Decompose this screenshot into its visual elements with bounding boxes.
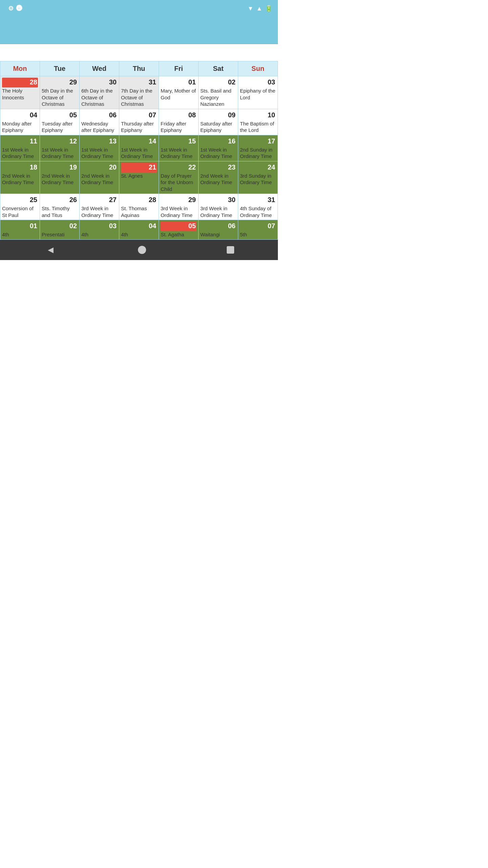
table-row[interactable]: 08Friday after Epiphany [159, 109, 199, 135]
table-row[interactable]: 151st Week in Ordinary Time [159, 135, 199, 161]
day-number: 01 [161, 78, 197, 87]
table-row[interactable]: 303rd Week in Ordinary Time [199, 194, 238, 220]
table-row[interactable]: 273rd Week in Ordinary Time [80, 194, 119, 220]
day-event-text: St. Agatha [161, 231, 197, 238]
table-row[interactable]: 28The Holy Innocents [0, 76, 40, 109]
day-event-text: Monday after Epiphany [2, 120, 38, 134]
table-row[interactable]: 293rd Week in Ordinary Time [159, 194, 199, 220]
table-row[interactable]: 314th Sunday of Ordinary Time [238, 194, 278, 220]
table-row[interactable]: 202nd Week in Ordinary Time [80, 161, 119, 194]
table-row[interactable]: 26Sts. Timothy and Titus [40, 194, 80, 220]
day-number: 06 [200, 221, 236, 231]
table-row[interactable]: 141st Week in Ordinary Time [119, 135, 159, 161]
day-number: 24 [240, 163, 276, 173]
day-number: 05 [42, 111, 78, 120]
table-row[interactable]: 03Epiphany of the Lord [238, 76, 278, 109]
table-row[interactable]: 317th Day in the Octave of Christmas [119, 76, 159, 109]
day-number: 29 [161, 195, 197, 205]
settings-icon: ⚙ [8, 5, 14, 12]
accessibility-icon: 🅐 [16, 5, 22, 12]
table-row[interactable]: 28St. Thomas Aquinas [119, 194, 159, 220]
table-row[interactable]: 075th [238, 220, 278, 240]
table-row[interactable]: 192nd Week in Ordinary Time [40, 161, 80, 194]
col-sat: Sat [199, 61, 238, 76]
table-row[interactable]: 04Monday after Epiphany [0, 109, 40, 135]
table-row[interactable]: 172nd Sunday in Ordinary Time [238, 135, 278, 161]
day-number: 29 [42, 78, 78, 87]
calendar-week-3: 182nd Week in Ordinary Time192nd Week in… [0, 161, 278, 194]
day-event-text: Conversion of St Paul [2, 205, 38, 218]
day-event-text: 1st Week in Ordinary Time [200, 146, 236, 160]
table-row[interactable]: 05Tuesday after Epiphany [40, 109, 80, 135]
table-row[interactable]: 111st Week in Ordinary Time [0, 135, 40, 161]
table-row[interactable]: 295th Day in the Octave of Christmas [40, 76, 80, 109]
nav-bar: ◀ [0, 240, 278, 260]
day-number: 07 [240, 221, 276, 231]
calendar-table: Mon Tue Wed Thu Fri Sat Sun 28The Holy I… [0, 61, 278, 240]
nav-recent-button[interactable] [227, 246, 234, 254]
day-number: 28 [121, 195, 157, 205]
table-row[interactable]: 034th [80, 220, 119, 240]
table-row[interactable]: 22Day of Prayer for the Unborn Child [159, 161, 199, 194]
day-number: 12 [42, 137, 78, 146]
day-event-text: 1st Week in Ordinary Time [161, 146, 197, 160]
day-event-text: 1st Week in Ordinary Time [42, 146, 78, 160]
day-event-text: Epiphany of the Lord [240, 87, 276, 101]
table-row[interactable]: 121st Week in Ordinary Time [40, 135, 80, 161]
table-row[interactable]: 182nd Week in Ordinary Time [0, 161, 40, 194]
day-event-text: 4th [121, 231, 157, 238]
table-row[interactable]: 014th [0, 220, 40, 240]
col-mon: Mon [0, 61, 40, 76]
table-row[interactable]: 09Saturday after Epiphany [199, 109, 238, 135]
day-number: 23 [200, 163, 236, 173]
table-row[interactable]: 25Conversion of St Paul [0, 194, 40, 220]
day-number: 16 [200, 137, 236, 146]
day-number: 14 [121, 137, 157, 146]
day-number: 15 [161, 137, 197, 146]
day-event-text: Day of Prayer for the Unborn Child [161, 173, 197, 193]
day-event-text: 6th Day in the Octave of Christmas [81, 87, 117, 107]
day-number: 20 [81, 163, 117, 173]
day-number: 02 [200, 78, 236, 87]
day-number: 04 [121, 221, 157, 231]
table-row[interactable]: 044th [119, 220, 159, 240]
day-event-text: 2nd Week in Ordinary Time [200, 173, 236, 186]
calendar-week-5: 014th02Presentati034th044th05St. Agatha0… [0, 220, 278, 240]
table-row[interactable]: 01Mary, Mother of God [159, 76, 199, 109]
day-event-text: The Baptism of the Lord [240, 120, 276, 134]
table-row[interactable]: 21St. Agnes [119, 161, 159, 194]
day-number: 08 [161, 111, 197, 120]
table-row[interactable]: 232nd Week in Ordinary Time [199, 161, 238, 194]
table-row[interactable]: 161st Week in Ordinary Time [199, 135, 238, 161]
table-row[interactable]: 243rd Sunday in Ordinary Time [238, 161, 278, 194]
day-number: 19 [42, 163, 78, 173]
day-event-text: St. Agnes [121, 173, 157, 179]
day-number: 17 [240, 137, 276, 146]
day-event-text: 7th Day in the Octave of Christmas [121, 87, 157, 107]
table-row[interactable]: 306th Day in the Octave of Christmas [80, 76, 119, 109]
day-number: 25 [2, 195, 38, 205]
day-event-text: St. Thomas Aquinas [121, 205, 157, 218]
day-event-text: Wednesday after Epiphany [81, 120, 117, 134]
table-row[interactable]: 02Sts. Basil and Gregory Nazianzen [199, 76, 238, 109]
table-row[interactable]: 07Thursday after Epiphany [119, 109, 159, 135]
wifi-icon: ▼ [247, 5, 253, 12]
table-row[interactable]: 10The Baptism of the Lord [238, 109, 278, 135]
day-event-text: Mary, Mother of God [161, 87, 197, 101]
table-row[interactable]: 06Waitangi [199, 220, 238, 240]
table-row[interactable]: 02Presentati [40, 220, 80, 240]
day-number: 13 [81, 137, 117, 146]
table-row[interactable]: 06Wednesday after Epiphany [80, 109, 119, 135]
table-row[interactable]: 05St. Agatha [159, 220, 199, 240]
day-event-text: 4th [2, 231, 38, 238]
day-event-text: 3rd Week in Ordinary Time [81, 205, 117, 218]
day-number: 01 [2, 221, 38, 231]
table-row[interactable]: 131st Week in Ordinary Time [80, 135, 119, 161]
signal-icon: ▲ [256, 5, 262, 12]
day-number: 28 [2, 78, 38, 87]
day-event-text: 4th [81, 231, 117, 238]
day-event-text: Presentati [42, 231, 78, 238]
nav-back-button[interactable]: ◀ [44, 243, 57, 257]
nav-home-button[interactable] [138, 246, 146, 254]
day-event-text: The Holy Innocents [2, 87, 38, 101]
